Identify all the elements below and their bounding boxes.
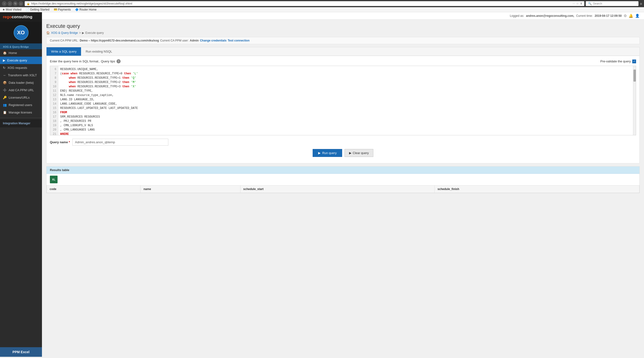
scrollbar[interactable] xyxy=(633,66,636,135)
sidebar-item-add-ca-ppm[interactable]: ➕ Add CA PPM URL xyxy=(0,86,42,94)
sql-content[interactable]: RESOURCES.UNIQUE_NAME, (case when RESOUR… xyxy=(58,66,633,135)
breadcrumb-home-icon: 🏠 xyxy=(46,31,50,35)
home-button[interactable]: ⌂ xyxy=(18,1,23,6)
sidebar-item-data-loader[interactable]: 📦 Data loader (beta) xyxy=(0,79,42,86)
info-bar: Current CA PPM URL: Demo – https://cppm9… xyxy=(46,37,640,44)
data-loader-icon: 📦 xyxy=(3,81,7,85)
sidebar-item-registered-users[interactable]: 👥 Registered users xyxy=(0,101,42,109)
license-icon: 🔑 xyxy=(3,96,7,99)
sidebar-logo: regoconsulting xyxy=(0,12,42,22)
bookmark-getting-started[interactable]: 📄 Getting Started xyxy=(26,8,50,11)
pre-validate-label: Pre-validate the query xyxy=(600,60,631,63)
nav-buttons: ‹ › ↻ ⌂ xyxy=(2,1,23,6)
page-content: Execute query 🏠 XOG & Query Bridge > ▶ E… xyxy=(42,20,644,197)
notification-icon[interactable]: 🔔 xyxy=(629,14,633,18)
xo-circle: XO xyxy=(14,25,28,40)
scrollbar-thumb[interactable] xyxy=(634,70,636,82)
address-menu-icon: ··· xyxy=(572,2,575,5)
test-connection-link[interactable]: Test connection xyxy=(228,39,250,42)
bookmark-payments[interactable]: 💳 Payments xyxy=(54,8,71,11)
breadcrumb: 🏠 XOG & Query Bridge > ▶ Execute query xyxy=(46,31,640,35)
page-title: Execute query xyxy=(46,23,640,29)
back-button[interactable]: ‹ xyxy=(2,1,7,6)
home-icon: 🏠 xyxy=(3,51,7,55)
query-body: Enter the query here in SQL format.. Que… xyxy=(46,56,640,163)
breadcrumb-root[interactable]: XOG & Query Bridge xyxy=(51,31,78,35)
user-email: andres.anon@regoconsulting.com, xyxy=(526,14,574,18)
sidebar-ppm-excel[interactable]: PPM Excel xyxy=(0,347,42,357)
breadcrumb-sep1: > xyxy=(79,31,81,35)
secure-icon: 🔒 xyxy=(26,2,30,5)
top-bar: Logged as: andres.anon@regoconsulting.co… xyxy=(42,12,644,20)
current-time-label: Current time: xyxy=(576,14,593,18)
tab-write-sql[interactable]: Write a SQL query xyxy=(46,47,81,56)
excel-export-icon[interactable]: XL xyxy=(50,176,58,183)
reload-button[interactable]: ↻ xyxy=(13,1,18,6)
ca-ppm-user-value: Admin xyxy=(190,39,199,42)
run-arrow-icon: ▶ xyxy=(318,151,320,155)
tabs: Write a SQL query Run existing NSQL xyxy=(46,47,640,56)
query-hint: Enter the query here in SQL format.. Que… xyxy=(50,59,120,63)
sql-editor[interactable]: 678910 1112131415 1617181920 2122232425 … xyxy=(50,66,636,135)
results-card: Results table XL code name xyxy=(46,166,640,193)
pre-validate-checkbox[interactable]: ✓ xyxy=(632,60,636,63)
query-header-row: Enter the query here in SQL format.. Que… xyxy=(50,59,636,63)
settings-icon[interactable]: ⚙ xyxy=(624,14,627,18)
users-icon: 👥 xyxy=(3,103,7,107)
pre-validate-row: Pre-validate the query ✓ xyxy=(600,60,636,63)
add-icon: ➕ xyxy=(3,88,7,92)
ca-ppm-url-value: Demo – https://cppm9172-dev.ondemand.ca.… xyxy=(80,39,159,42)
clear-query-label: Clear query xyxy=(353,151,369,155)
search-placeholder: Search xyxy=(593,2,602,5)
sidebar-item-manage-licenses[interactable]: 📋 Manage licenses xyxy=(0,109,42,116)
payments-icon: 💳 xyxy=(54,8,57,11)
download-icon[interactable]: ⬇ xyxy=(580,2,582,5)
sidebar-integration-manager[interactable]: Integration Manager xyxy=(0,119,42,127)
search-bar[interactable]: 🔍 Search xyxy=(586,1,638,6)
required-marker: * xyxy=(69,140,70,144)
col-schedule-start: schedule_start xyxy=(240,185,434,193)
user-icon[interactable]: 👤 xyxy=(635,14,640,18)
manage-icon: 📋 xyxy=(3,111,7,114)
app-container: regoconsulting XO XOG & Query Bridge 🏠 H… xyxy=(0,12,644,357)
ca-ppm-user-label: Current CA PPM user: xyxy=(160,39,189,42)
col-code: code xyxy=(47,185,140,193)
bookmark-most-visited[interactable]: ★ Most Visited xyxy=(2,8,21,11)
sidebar-section-title: XOG & Query Bridge xyxy=(0,44,42,49)
address-bar[interactable]: 🔒 https://xobridge.dev.regoconsulting.ne… xyxy=(25,1,584,6)
address-url: https://xobridge.dev.regoconsulting.net/… xyxy=(31,2,571,5)
router-icon: 🔷 xyxy=(75,8,79,11)
bookmark-icon[interactable]: ☆ xyxy=(576,2,579,5)
sidebar-item-transform-xslt[interactable]: ↔ Transform with XSLT xyxy=(0,72,42,79)
breadcrumb-current: Execute query xyxy=(85,31,104,35)
browser-toolbar-icons: ≡ xyxy=(640,2,642,6)
sidebar-item-execute-query[interactable]: ▶ Execute query xyxy=(0,57,42,64)
query-name-label: Query name * xyxy=(50,140,70,144)
clear-query-button[interactable]: ▶ Clear query xyxy=(344,149,373,157)
query-name-input[interactable] xyxy=(72,139,168,146)
query-card: Write a SQL query Run existing NSQL Ente… xyxy=(46,47,640,163)
results-toolbar: XL xyxy=(46,174,640,185)
toolbar-icon-1[interactable]: ≡ xyxy=(640,2,642,6)
ca-ppm-url-label: Current CA PPM URL: xyxy=(50,39,78,42)
breadcrumb-current-icon: ▶ xyxy=(82,31,84,35)
line-numbers: 678910 1112131415 1617181920 2122232425 … xyxy=(50,66,58,135)
run-query-button[interactable]: ▶ Run query xyxy=(313,149,342,157)
clear-arrow-icon: ▶ xyxy=(349,151,352,155)
results-header: Results table xyxy=(46,167,640,174)
col-schedule-finish: schedule_finish xyxy=(434,185,639,193)
bookmark-router-home[interactable]: 🔷 Router Home xyxy=(75,8,96,11)
sidebar-item-licenses[interactable]: 🔑 Licenses/URLs xyxy=(0,94,42,101)
transform-icon: ↔ xyxy=(3,73,6,77)
xog-icon: ↻ xyxy=(3,66,6,70)
page-icon: 📄 xyxy=(26,8,29,11)
current-time: 2019-04-17 12:09:50 xyxy=(594,14,622,18)
help-icon[interactable]: ? xyxy=(116,59,120,63)
change-credentials-link[interactable]: Change credentials xyxy=(200,39,226,42)
sidebar-item-xog-requests[interactable]: ↻ XOG requests xyxy=(0,64,42,72)
sidebar-item-home[interactable]: 🏠 Home xyxy=(0,49,42,57)
forward-button[interactable]: › xyxy=(8,1,12,6)
xo-logo-area: XO xyxy=(0,22,42,44)
tab-run-nsql[interactable]: Run existing NSQL xyxy=(81,47,117,56)
buttons-row: ▶ Run query ▶ Clear query xyxy=(50,149,636,160)
